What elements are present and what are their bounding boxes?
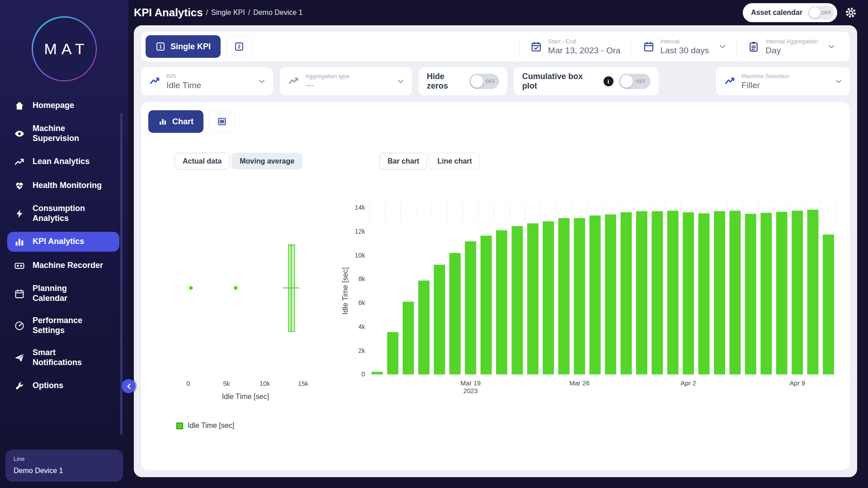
svg-text:Mar 26: Mar 26: [569, 380, 590, 387]
chart-type-toggle-group: Bar chart Line chart: [379, 153, 480, 169]
aggregation-type-value: ---: [305, 80, 349, 90]
sidebar-item-label: Planning Calendar: [33, 284, 67, 304]
sidebar-item-smart-notifications[interactable]: Smart Notifications: [7, 344, 119, 372]
aggregation-type-dropdown[interactable]: Aggregation type ---: [280, 67, 412, 95]
chart-options-row: Actual data Moving average Bar chart Lin…: [175, 153, 843, 169]
eye-icon: [14, 128, 25, 140]
tab-multi-kpi[interactable]: 2: [226, 35, 252, 58]
lightning-icon: [14, 208, 25, 220]
machine-selection-field: Machine Selection Filler: [741, 73, 789, 90]
interval-aggregation-value: Day: [765, 46, 818, 56]
multi-kpi-icon: 2: [234, 42, 244, 52]
recorder-icon: [14, 260, 25, 272]
sidebar: MAT Homepage Machine Supervision Lea: [0, 0, 128, 488]
svg-text:15k: 15k: [298, 380, 309, 387]
chevron-down-icon: [719, 45, 726, 49]
aggregation-type-label: Aggregation type: [305, 73, 349, 80]
kpi-label: KPI: [166, 73, 201, 80]
line-chart-button[interactable]: Line chart: [429, 153, 480, 169]
hide-zeros-toggle[interactable]: OFF: [469, 74, 499, 89]
svg-text:12k: 12k: [354, 228, 365, 235]
machine-selection-dropdown[interactable]: Machine Selection Filler: [716, 67, 850, 95]
breadcrumb-separator: /: [248, 9, 250, 17]
sidebar-item-homepage[interactable]: Homepage: [7, 96, 119, 116]
interval-aggregation-field: Interval Aggregation Day: [765, 38, 818, 56]
chevron-down-icon: [835, 80, 842, 84]
start-end-field: Start - End Mar 13, 2023 - Ora: [548, 38, 621, 56]
calendar-icon: [643, 41, 655, 52]
sidebar-item-machine-supervision[interactable]: Machine Supervision: [7, 120, 119, 148]
info-icon[interactable]: i: [604, 76, 613, 86]
toggle-knob: [620, 75, 633, 88]
sidebar-item-planning-calendar[interactable]: Planning Calendar: [7, 280, 119, 308]
sidebar-item-label: Performance Settings: [33, 316, 82, 336]
toggle-state-label: OFF: [820, 10, 833, 15]
interval-aggregation-dropdown[interactable]: Interval Aggregation Day: [736, 37, 845, 56]
start-end-picker[interactable]: Start - End Mar 13, 2023 - Ora: [519, 37, 632, 56]
interval-dropdown[interactable]: Interval Last 30 days: [632, 37, 737, 56]
actual-data-button[interactable]: Actual data: [175, 153, 230, 169]
sidebar-item-health-monitoring[interactable]: Health Monitoring: [7, 176, 119, 196]
legend-swatch-icon: [176, 422, 183, 429]
wrench-icon: [14, 380, 25, 392]
start-end-label: Start - End: [548, 38, 621, 45]
trend-line-icon: [14, 156, 25, 168]
sidebar-item-label: Smart Notifications: [33, 348, 82, 368]
kpi-controls-row: KPI Idle Time Aggregation type ---: [141, 67, 850, 95]
interval-field: Interval Last 30 days: [660, 38, 709, 56]
svg-text:Idle Time [sec]: Idle Time [sec]: [341, 267, 349, 315]
sidebar-item-kpi-analytics[interactable]: KPI Analytics: [7, 232, 119, 252]
sidebar-item-performance-settings[interactable]: Performance Settings: [7, 312, 119, 340]
boxplot-svg: 05k10k15kIdle Time [sec]: [153, 198, 338, 401]
sidebar-item-lean-analytics[interactable]: Lean Analytics: [7, 152, 119, 172]
tab-single-kpi[interactable]: 1 Single KPI: [146, 35, 221, 58]
legend-label: Idle Time [sec]: [188, 422, 234, 430]
sidebar-menu: Homepage Machine Supervision Lean Analyt…: [0, 86, 128, 396]
moving-average-button[interactable]: Moving average: [231, 153, 302, 169]
tab-table-view[interactable]: [209, 110, 235, 133]
tab-chart[interactable]: Chart: [148, 110, 203, 133]
machine-selection-value: Filler: [741, 80, 789, 90]
bar-chart-button[interactable]: Bar chart: [379, 153, 427, 169]
logo: MAT: [32, 16, 97, 81]
toggle-knob: [471, 75, 483, 88]
kpi-dropdown[interactable]: KPI Idle Time: [141, 67, 273, 95]
sidebar-item-label: KPI Analytics: [33, 237, 84, 247]
sidebar-item-consumption-analytics[interactable]: Consumption Analytics: [7, 200, 119, 228]
tab-chart-label: Chart: [172, 117, 193, 127]
sidebar-item-machine-recorder[interactable]: Machine Recorder: [7, 256, 119, 276]
cumulative-box-plot-toggle[interactable]: OFF: [619, 74, 651, 89]
sidebar-item-label: Consumption Analytics: [33, 204, 85, 224]
app: MAT Homepage Machine Supervision Lea: [0, 0, 868, 488]
cumulative-box-plot-label: Cumulative box plot: [522, 72, 598, 91]
breadcrumb-single-kpi[interactable]: Single KPI: [211, 9, 245, 17]
interval-label: Interval: [660, 38, 709, 45]
svg-text:Idle Time [sec]: Idle Time [sec]: [222, 392, 269, 400]
svg-text:2: 2: [238, 44, 241, 49]
toggle-state-label: OFF: [483, 79, 498, 84]
single-kpi-icon: 1: [156, 42, 165, 52]
device-card[interactable]: Line Demo Device 1: [5, 450, 123, 482]
svg-text:6k: 6k: [358, 299, 365, 306]
asset-calendar-pill[interactable]: Asset calendar OFF: [743, 3, 837, 22]
clipboard-icon: [748, 41, 760, 52]
sidebar-item-options[interactable]: Options: [7, 376, 119, 396]
svg-text:14k: 14k: [354, 204, 365, 211]
chart-bars-icon: [158, 117, 167, 126]
gauge-icon: [14, 320, 25, 332]
asset-calendar-label: Asset calendar: [751, 9, 802, 17]
sidebar-collapse-button[interactable]: [122, 379, 136, 393]
settings-button[interactable]: [844, 6, 857, 19]
svg-text:1: 1: [159, 44, 162, 49]
sidebar-item-label: Machine Supervision: [33, 124, 79, 144]
controls-spacer: [665, 67, 709, 95]
logo-circle: MAT: [33, 18, 96, 80]
sidebar-item-label: Options: [33, 381, 63, 391]
data-mode-toggle-group: Actual data Moving average: [175, 153, 302, 169]
chart-legend: Idle Time [sec]: [176, 422, 843, 430]
gear-icon: [844, 6, 857, 19]
asset-calendar-toggle[interactable]: OFF: [808, 6, 834, 19]
device-line-label: Line: [14, 455, 115, 462]
kpi-value: Idle Time: [166, 80, 201, 90]
breadcrumb-device[interactable]: Demo Device 1: [253, 9, 302, 17]
